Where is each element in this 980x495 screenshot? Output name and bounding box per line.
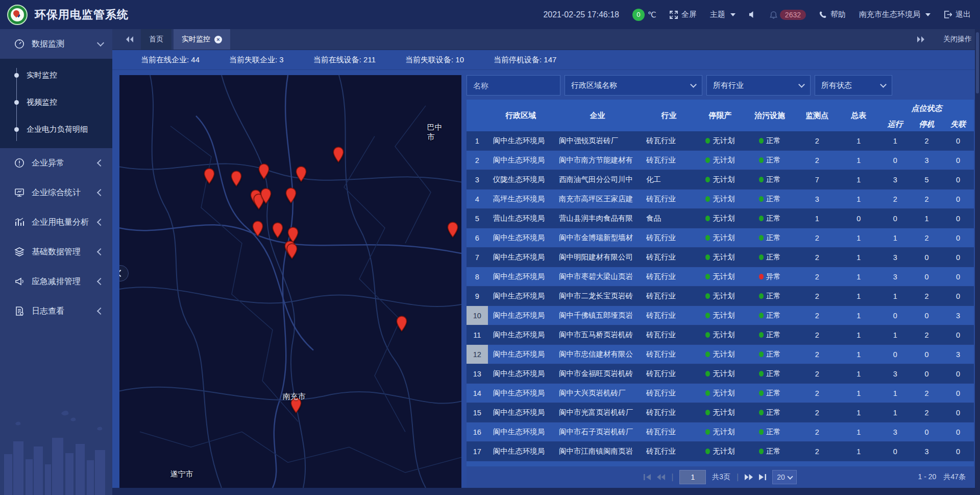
table-row[interactable]: 10阆中生态环境局阆中千佛镇五郎垭页岩砖瓦行业无计划正常21003 (467, 306, 974, 325)
map-pin[interactable] (296, 166, 307, 182)
tabs-scroll-left-button[interactable] (120, 36, 139, 42)
cell: 0 (838, 209, 880, 228)
cell: 西南油气田分公司川中 (554, 170, 641, 190)
map-pin[interactable] (258, 163, 270, 179)
sidebar-item-base-data[interactable]: 基础数据管理 (0, 237, 112, 267)
map-pin[interactable] (396, 316, 407, 332)
region-select[interactable]: 行政区域名称 (565, 75, 702, 96)
cell: 2 (911, 190, 943, 209)
cell: 阆中生态环境局 (488, 306, 554, 325)
col-no (467, 100, 488, 131)
map-pin[interactable] (286, 243, 298, 259)
sidebar-item-label: 日志查看 (32, 306, 91, 317)
sidebar-item-enterprise-anomaly[interactable]: 企业异常 (0, 148, 112, 178)
table-row[interactable]: 3仪陇生态环境局西南油气田分公司川中化工无计划正常71350 (467, 170, 974, 190)
table-row[interactable]: 6阆中生态环境局阆中市金博瑞新型墙材砖瓦行业无计划正常21120 (467, 228, 974, 248)
scrollbar-thumb[interactable] (976, 32, 979, 93)
scrollbar-track[interactable] (975, 29, 980, 495)
table-body: 1阆中生态环境局阆中强锐页岩砖厂砖瓦行业无计划正常211202阆中生态环境局阆中… (467, 131, 974, 481)
prev-page-button[interactable] (657, 474, 665, 480)
map-pin[interactable] (272, 222, 283, 238)
close-operations-button[interactable]: 关闭操作 (943, 35, 972, 44)
chevron-left-icon (119, 270, 124, 277)
cell: 1 (838, 131, 880, 151)
table-row[interactable]: 17阆中生态环境局阆中市江南镇阆南页岩砖瓦行业无计划正常21030 (467, 442, 974, 461)
filter-bar: 行政区域名称 所有行业 所有状态 (467, 75, 974, 96)
table-row[interactable]: 7阆中生态环境局阆中明阳建材有限公司砖瓦行业无计划正常21300 (467, 248, 974, 267)
pager-separator: | (737, 473, 739, 482)
cell: 3 (879, 267, 911, 287)
cell: 异常 (744, 267, 796, 287)
cell: 砖瓦行业 (641, 228, 697, 248)
first-page-icon (644, 474, 651, 480)
sidebar-item-enterprise-stats[interactable]: 企业综合统计 (0, 178, 112, 207)
cell: 阆中生态环境局 (488, 345, 554, 364)
map-pin[interactable] (447, 222, 458, 238)
sidebar-subitem-realtime[interactable]: 实时监控 (0, 62, 112, 89)
map-pin[interactable] (231, 171, 242, 186)
cell: 2 (796, 442, 838, 461)
cell: 2 (911, 403, 943, 422)
tab-home[interactable]: 首页 (141, 29, 172, 50)
help-button[interactable]: 帮助 (819, 10, 846, 19)
cell: 0 (911, 345, 943, 364)
voice-toggle-button[interactable] (749, 11, 756, 18)
tab-close-icon[interactable]: × (214, 36, 222, 43)
page-number-input[interactable] (679, 470, 706, 484)
logout-button[interactable]: 退出 (944, 10, 971, 19)
cell: 2 (796, 228, 838, 248)
chevron-down-icon (880, 81, 887, 88)
stat-item: 当前停机设备: 147 (494, 55, 556, 65)
table-row[interactable]: 13阆中生态环境局阆中市金福旺页岩机砖砖瓦行业无计划正常21300 (467, 364, 974, 384)
table-row[interactable]: 12阆中生态环境局阆中市忠信建材有限公砖瓦行业无计划正常21003 (467, 345, 974, 364)
fullscreen-icon (670, 11, 678, 19)
table-row[interactable]: 8阆中生态环境局阆中市枣碧大梁山页岩砖瓦行业无计划异常21300 (467, 267, 974, 287)
table-row[interactable]: 16阆中生态环境局阆中市石子页岩机砖厂砖瓦行业无计划正常21300 (467, 422, 974, 442)
sidebar-subitem-video[interactable]: 视频监控 (0, 89, 112, 116)
row-number-cell: 4 (467, 190, 488, 209)
chevron-left-icon (97, 248, 104, 255)
cell: 阆中市南方节能建材有 (554, 151, 641, 170)
notification-count-badge: 2632 (780, 10, 806, 20)
map-pin[interactable] (260, 188, 272, 204)
cell: 砖瓦行业 (641, 364, 697, 384)
map-pin[interactable] (285, 187, 297, 203)
table-row[interactable]: 9阆中生态环境局阆中市二龙长宝页岩砖砖瓦行业无计划正常21120 (467, 287, 974, 306)
last-page-button[interactable] (759, 474, 766, 480)
tab-realtime[interactable]: 实时监控 × (174, 29, 230, 50)
sidebar-item-emission-management[interactable]: 应急减排管理 (0, 267, 112, 296)
status-select[interactable]: 所有状态 (815, 75, 892, 96)
map-pin[interactable] (252, 221, 263, 237)
table-row[interactable]: 2阆中生态环境局阆中市南方节能建材有砖瓦行业无计划正常21030 (467, 151, 974, 170)
cell: 2 (796, 364, 838, 384)
name-search-input[interactable] (467, 75, 560, 96)
tabs-scroll-right-button[interactable] (912, 36, 930, 42)
industry-select[interactable]: 所有行业 (706, 75, 811, 96)
fullscreen-button[interactable]: 全屏 (670, 10, 697, 19)
theme-dropdown[interactable]: 主题 (710, 10, 736, 19)
cell: 阆中生态环境局 (488, 384, 554, 403)
sidebar-item-power-analysis[interactable]: 企业用电量分析 (0, 207, 112, 237)
sidebar-item-log-view[interactable]: 日志查看 (0, 296, 112, 326)
table-row[interactable]: 4高坪生态环境局南充市高坪区王家店建砖瓦行业无计划正常31220 (467, 190, 974, 209)
notifications-button[interactable]: 2632 (770, 10, 806, 20)
map-canvas[interactable]: 巴中市南充市遂宁市 (119, 75, 461, 488)
table-row[interactable]: 15阆中生态环境局阆中市光富页岩机砖厂砖瓦行业无计划正常21120 (467, 403, 974, 422)
map-pin[interactable] (204, 168, 215, 184)
first-page-button[interactable] (644, 474, 651, 480)
cell: 2 (796, 325, 838, 345)
page-size-select[interactable]: 20 (772, 470, 797, 484)
sidebar-item-data-monitoring[interactable]: 数据监测 (0, 29, 112, 59)
table-row[interactable]: 11阆中生态环境局阆中市五马桥页岩机砖砖瓦行业无计划正常21120 (467, 325, 974, 345)
col-facility: 治污设施 (744, 100, 796, 131)
map-pin[interactable] (333, 147, 344, 162)
org-dropdown[interactable]: 南充市生态环境局 (859, 10, 930, 19)
cell: 0 (911, 248, 943, 267)
cell: 1 (838, 364, 880, 384)
table-row[interactable]: 14阆中生态环境局阆中大兴页岩机砖厂砖瓦行业无计划正常21120 (467, 384, 974, 403)
table-row[interactable]: 1阆中生态环境局阆中强锐页岩砖厂砖瓦行业无计划正常21120 (467, 131, 974, 151)
next-page-button[interactable] (745, 474, 753, 480)
sidebar-subitem-power-load[interactable]: 企业电力负荷明细 (0, 116, 112, 143)
table-row[interactable]: 5营山生态环境局营山县润丰肉食品有限食品无计划正常10010 (467, 209, 974, 228)
cell: 3 (911, 151, 943, 170)
